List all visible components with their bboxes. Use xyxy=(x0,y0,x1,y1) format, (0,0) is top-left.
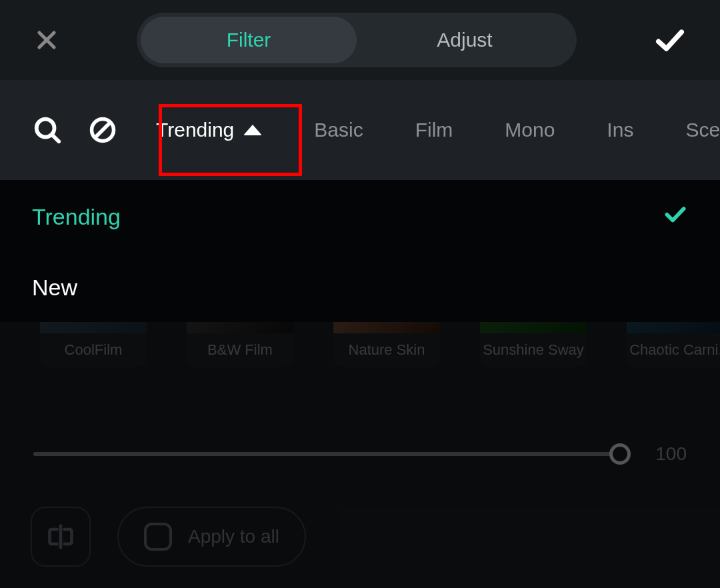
confirm-button[interactable] xyxy=(652,22,688,58)
check-icon xyxy=(663,201,688,232)
category-scenery[interactable]: Scenery xyxy=(679,97,720,163)
none-button[interactable] xyxy=(88,114,117,146)
dropdown-new[interactable]: New xyxy=(0,253,720,322)
category-bar: Trending Basic Film Mono Ins Scenery xyxy=(0,80,720,180)
category-mono[interactable]: Mono xyxy=(498,97,561,163)
ban-icon xyxy=(88,115,117,145)
tab-adjust[interactable]: Adjust xyxy=(357,17,573,63)
tab-filter[interactable]: Filter xyxy=(141,17,357,63)
category-ins[interactable]: Ins xyxy=(600,97,640,163)
category-basic[interactable]: Basic xyxy=(307,97,369,163)
check-icon xyxy=(653,23,687,57)
dropdown-trending[interactable]: Trending xyxy=(0,180,720,253)
search-icon xyxy=(32,115,63,145)
close-button[interactable] xyxy=(32,25,61,55)
top-tab-group: Filter Adjust xyxy=(137,13,577,67)
close-icon xyxy=(34,27,59,53)
dropdown-label: New xyxy=(32,275,77,301)
sort-dropdown: Trending New xyxy=(0,180,720,322)
dropdown-label: Trending xyxy=(32,204,121,230)
highlight-box xyxy=(159,104,302,176)
search-button[interactable] xyxy=(32,114,63,146)
category-film[interactable]: Film xyxy=(409,97,460,163)
